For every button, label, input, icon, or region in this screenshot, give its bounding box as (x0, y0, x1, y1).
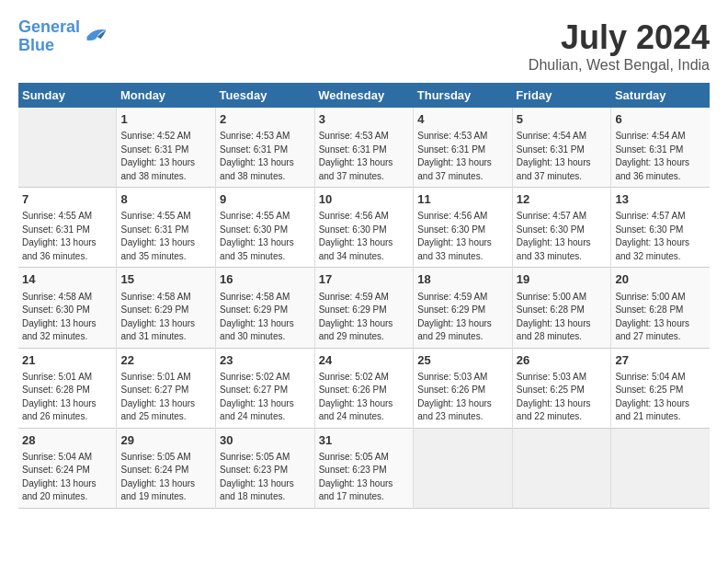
cell-info: Sunrise: 4:56 AM Sunset: 6:30 PM Dayligh… (417, 210, 508, 263)
day-number: 25 (417, 352, 508, 369)
day-number: 15 (120, 271, 211, 288)
header-sunday: Sunday (18, 83, 117, 108)
day-number: 1 (120, 111, 211, 128)
calendar-cell: 21Sunrise: 5:01 AM Sunset: 6:28 PM Dayli… (18, 348, 117, 428)
calendar-cell: 25Sunrise: 5:03 AM Sunset: 6:26 PM Dayli… (414, 348, 513, 428)
cell-info: Sunrise: 5:05 AM Sunset: 6:24 PM Dayligh… (120, 451, 211, 504)
week-row-5: 28Sunrise: 5:04 AM Sunset: 6:24 PM Dayli… (18, 428, 710, 508)
day-number: 29 (120, 432, 211, 449)
cell-info: Sunrise: 4:59 AM Sunset: 6:29 PM Dayligh… (319, 291, 410, 344)
cell-info: Sunrise: 5:02 AM Sunset: 6:26 PM Dayligh… (319, 371, 410, 424)
calendar-table: SundayMondayTuesdayWednesdayThursdayFrid… (18, 83, 710, 509)
cell-info: Sunrise: 4:58 AM Sunset: 6:29 PM Dayligh… (120, 291, 211, 344)
cell-info: Sunrise: 4:53 AM Sunset: 6:31 PM Dayligh… (417, 130, 508, 183)
day-number: 5 (517, 111, 608, 128)
cell-info: Sunrise: 5:00 AM Sunset: 6:28 PM Dayligh… (615, 291, 706, 344)
cell-info: Sunrise: 4:57 AM Sunset: 6:30 PM Dayligh… (615, 210, 706, 263)
logo-bird-icon (80, 26, 108, 48)
calendar-cell: 11Sunrise: 4:56 AM Sunset: 6:30 PM Dayli… (414, 188, 513, 268)
calendar-cell: 15Sunrise: 4:58 AM Sunset: 6:29 PM Dayli… (117, 268, 216, 348)
calendar-cell: 22Sunrise: 5:01 AM Sunset: 6:27 PM Dayli… (117, 348, 216, 428)
cell-info: Sunrise: 5:01 AM Sunset: 6:27 PM Dayligh… (120, 371, 211, 424)
logo-text: GeneralBlue (18, 18, 80, 55)
cell-info: Sunrise: 4:59 AM Sunset: 6:29 PM Dayligh… (417, 291, 508, 344)
calendar-cell: 29Sunrise: 5:05 AM Sunset: 6:24 PM Dayli… (117, 428, 216, 508)
week-row-2: 7Sunrise: 4:55 AM Sunset: 6:31 PM Daylig… (18, 188, 710, 268)
header-tuesday: Tuesday (216, 83, 315, 108)
cell-info: Sunrise: 5:04 AM Sunset: 6:25 PM Dayligh… (615, 371, 706, 424)
calendar-cell: 30Sunrise: 5:05 AM Sunset: 6:23 PM Dayli… (216, 428, 315, 508)
cell-info: Sunrise: 5:00 AM Sunset: 6:28 PM Dayligh… (517, 291, 608, 344)
cell-info: Sunrise: 4:53 AM Sunset: 6:31 PM Dayligh… (319, 130, 410, 183)
cell-info: Sunrise: 5:05 AM Sunset: 6:23 PM Dayligh… (220, 451, 311, 504)
calendar-cell (414, 428, 513, 508)
cell-info: Sunrise: 4:58 AM Sunset: 6:30 PM Dayligh… (22, 291, 112, 344)
cell-info: Sunrise: 4:55 AM Sunset: 6:31 PM Dayligh… (120, 210, 211, 263)
calendar-cell: 9Sunrise: 4:55 AM Sunset: 6:30 PM Daylig… (216, 188, 315, 268)
cell-info: Sunrise: 4:55 AM Sunset: 6:31 PM Dayligh… (22, 210, 112, 263)
main-title: July 2024 (529, 18, 710, 57)
calendar-cell: 18Sunrise: 4:59 AM Sunset: 6:29 PM Dayli… (414, 268, 513, 348)
logo: GeneralBlue (18, 18, 108, 55)
calendar-cell: 31Sunrise: 5:05 AM Sunset: 6:23 PM Dayli… (314, 428, 414, 508)
day-number: 2 (220, 111, 311, 128)
day-number: 18 (417, 271, 508, 288)
calendar-cell: 14Sunrise: 4:58 AM Sunset: 6:30 PM Dayli… (18, 268, 117, 348)
title-area: July 2024 Dhulian, West Bengal, India (529, 18, 710, 74)
cell-info: Sunrise: 5:03 AM Sunset: 6:26 PM Dayligh… (417, 371, 508, 424)
day-number: 8 (120, 191, 211, 208)
calendar-cell: 3Sunrise: 4:53 AM Sunset: 6:31 PM Daylig… (314, 108, 414, 188)
day-number: 28 (22, 432, 112, 449)
day-number: 24 (319, 352, 410, 369)
day-number: 14 (22, 271, 112, 288)
header-thursday: Thursday (414, 83, 513, 108)
day-number: 4 (417, 111, 508, 128)
calendar-cell: 7Sunrise: 4:55 AM Sunset: 6:31 PM Daylig… (18, 188, 117, 268)
cell-info: Sunrise: 4:53 AM Sunset: 6:31 PM Dayligh… (220, 130, 311, 183)
day-number: 7 (22, 191, 112, 208)
day-number: 31 (319, 432, 410, 449)
calendar-cell (18, 108, 117, 188)
calendar-cell: 16Sunrise: 4:58 AM Sunset: 6:29 PM Dayli… (216, 268, 315, 348)
calendar-cell: 24Sunrise: 5:02 AM Sunset: 6:26 PM Dayli… (314, 348, 414, 428)
calendar-cell: 23Sunrise: 5:02 AM Sunset: 6:27 PM Dayli… (216, 348, 315, 428)
day-number: 20 (615, 271, 706, 288)
day-number: 19 (517, 271, 608, 288)
calendar-cell: 28Sunrise: 5:04 AM Sunset: 6:24 PM Dayli… (18, 428, 117, 508)
calendar-cell: 12Sunrise: 4:57 AM Sunset: 6:30 PM Dayli… (512, 188, 611, 268)
day-number: 3 (319, 111, 410, 128)
cell-info: Sunrise: 4:57 AM Sunset: 6:30 PM Dayligh… (517, 210, 608, 263)
cell-info: Sunrise: 4:56 AM Sunset: 6:30 PM Dayligh… (319, 210, 410, 263)
day-number: 13 (615, 191, 706, 208)
calendar-header-row: SundayMondayTuesdayWednesdayThursdayFrid… (18, 83, 710, 108)
day-number: 30 (220, 432, 311, 449)
calendar-cell: 5Sunrise: 4:54 AM Sunset: 6:31 PM Daylig… (512, 108, 611, 188)
cell-info: Sunrise: 4:55 AM Sunset: 6:30 PM Dayligh… (220, 210, 311, 263)
calendar-cell: 2Sunrise: 4:53 AM Sunset: 6:31 PM Daylig… (216, 108, 315, 188)
calendar-cell: 17Sunrise: 4:59 AM Sunset: 6:29 PM Dayli… (314, 268, 414, 348)
cell-info: Sunrise: 5:05 AM Sunset: 6:23 PM Dayligh… (319, 451, 410, 504)
day-number: 6 (615, 111, 706, 128)
calendar-cell: 8Sunrise: 4:55 AM Sunset: 6:31 PM Daylig… (117, 188, 216, 268)
day-number: 23 (220, 352, 311, 369)
day-number: 26 (517, 352, 608, 369)
header-wednesday: Wednesday (314, 83, 414, 108)
calendar-cell: 26Sunrise: 5:03 AM Sunset: 6:25 PM Dayli… (512, 348, 611, 428)
week-row-3: 14Sunrise: 4:58 AM Sunset: 6:30 PM Dayli… (18, 268, 710, 348)
subtitle: Dhulian, West Bengal, India (529, 57, 710, 74)
calendar-cell: 4Sunrise: 4:53 AM Sunset: 6:31 PM Daylig… (414, 108, 513, 188)
day-number: 22 (120, 352, 211, 369)
calendar-cell (512, 428, 611, 508)
calendar-cell: 19Sunrise: 5:00 AM Sunset: 6:28 PM Dayli… (512, 268, 611, 348)
cell-info: Sunrise: 4:52 AM Sunset: 6:31 PM Dayligh… (120, 130, 211, 183)
cell-info: Sunrise: 5:02 AM Sunset: 6:27 PM Dayligh… (220, 371, 311, 424)
cell-info: Sunrise: 5:04 AM Sunset: 6:24 PM Dayligh… (22, 451, 112, 504)
day-number: 9 (220, 191, 311, 208)
header-monday: Monday (117, 83, 216, 108)
week-row-4: 21Sunrise: 5:01 AM Sunset: 6:28 PM Dayli… (18, 348, 710, 428)
calendar-cell: 13Sunrise: 4:57 AM Sunset: 6:30 PM Dayli… (611, 188, 710, 268)
calendar-cell: 1Sunrise: 4:52 AM Sunset: 6:31 PM Daylig… (117, 108, 216, 188)
day-number: 12 (517, 191, 608, 208)
week-row-1: 1Sunrise: 4:52 AM Sunset: 6:31 PM Daylig… (18, 108, 710, 188)
calendar-cell: 10Sunrise: 4:56 AM Sunset: 6:30 PM Dayli… (314, 188, 414, 268)
